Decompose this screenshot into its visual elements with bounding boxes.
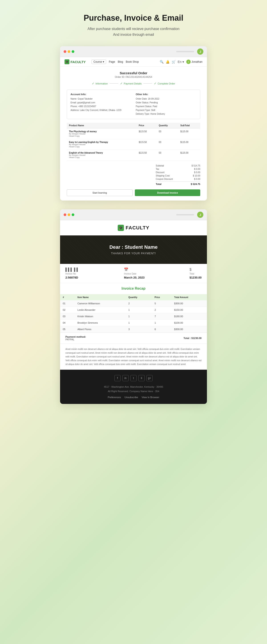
list-item: 02 Leslie Alexander 1 2 $150.00 (60, 307, 207, 313)
footer-unsubscribe[interactable]: Unsubscribe (124, 396, 138, 398)
navbar-logo: 🎓 FACULTY (65, 59, 86, 64)
qty-cell: 03 (157, 150, 178, 160)
download-invoice-button[interactable]: Download Invoice (135, 190, 200, 196)
table-row: The Phychology of money By Morgon Housel… (67, 128, 200, 139)
qty-cell: 03 (157, 128, 178, 139)
step-divider-1 (109, 83, 118, 84)
subtotal-row: Subtotal $ 514.75 (156, 164, 200, 168)
subtotal-cell: $115.00 (178, 139, 200, 150)
invoice-meta: ▌▌▌ ▌▌ Invoice No 2:56878D 📅 Invoice Dat… (60, 264, 207, 283)
hero-thanks: THANKS FOR YOUR PAYMENT! (65, 252, 202, 255)
other-info-col: Other Info: Order Date: 18-09-2022 Order… (136, 93, 196, 116)
action-buttons: Start learning Download Invoice (67, 190, 200, 196)
barcode-icon: ▌▌▌ ▌▌ (65, 268, 79, 272)
coupon-row: Coupon Discount $ 0.00 (156, 178, 200, 181)
email-logo-section: 🎓 FACULTY (60, 220, 207, 236)
hero-greeting: Dear : Student Name (65, 244, 202, 250)
email-hero-content: Dear : Student Name THANKS FOR YOUR PAYM… (65, 244, 202, 255)
googleplus-icon[interactable]: g+ (146, 375, 153, 381)
email-footer: f in t li g+ 4517 · Washington Ave. Manc… (60, 370, 207, 404)
table-row: Easy to Learning English by Therapy By M… (67, 139, 200, 150)
footer-preferences[interactable]: Preferences (108, 396, 121, 398)
page-title: Purchase, Invoice & Email (5, 13, 262, 23)
nav-bookshop[interactable]: Book Shop (126, 60, 139, 63)
nav-user[interactable]: J Jonathan (186, 60, 202, 64)
invoice-date-label: Invoice Date (124, 272, 145, 275)
email-browser-avatar: J (197, 212, 203, 218)
dot-yellow (68, 50, 70, 53)
start-learning-button[interactable]: Start learning (67, 190, 133, 196)
email-content: 🎓 FACULTY Dear : Student Name THANKS FOR… (60, 220, 207, 404)
invoice-no-label: Invoice No (65, 272, 79, 275)
nav-blog[interactable]: Blog (118, 60, 123, 63)
step-payment: ✓ Payment Details (120, 82, 142, 85)
product-cell: Easy to Learning English by Therapy By M… (67, 139, 137, 150)
browser-scrollbar (176, 51, 194, 52)
inv-col-item: Item Name (75, 294, 126, 300)
list-item: 01 Cameron Williamson 2 5 $300.00 (60, 300, 207, 307)
list-item: 05 Albert Flores 3 6 $300.00 (60, 326, 207, 332)
footer-view-browser[interactable]: View In Browser (142, 396, 159, 398)
invoice-date-item: 📅 Invoice Date March 20, 2023 (124, 268, 145, 279)
price-cell: $115.50 (137, 150, 157, 160)
navbar: 🎓 FACULTY Course ▾ Page Blog Book Shop 🔍… (60, 57, 207, 67)
payment-method-section: Payment method: PAYPAL (65, 336, 86, 341)
order-browser-window: J 🎓 FACULTY Course ▾ Page Blog Book Shop… (60, 46, 207, 200)
col-subtotal: SubTotal (178, 123, 200, 128)
email-body-text: Amet minim mollit non deserunt ullamco e… (60, 344, 207, 370)
check-icon-2: ✓ (120, 82, 123, 85)
cart-icon[interactable]: 🛒 (172, 60, 176, 64)
nav-course[interactable]: Course ▾ (91, 60, 106, 64)
totals-section: Subtotal $ 514.75 Tax $ 0.00 Discount $ … (67, 164, 200, 186)
product-cell: English of the Advanced Theory By Morgon… (67, 150, 137, 160)
col-price: Price (137, 123, 157, 128)
logo-icon: 🎓 (65, 59, 69, 64)
order-id: Order ID: FAC2314320414144254 (67, 76, 200, 78)
step-information: ✓ Information (92, 82, 108, 85)
invoice-no-value: 2:56878D (65, 276, 79, 279)
other-info-text: Order Date: 18-09-2022 Order Status: Pen… (136, 97, 196, 116)
step-divider-2 (143, 83, 152, 84)
col-quantity: Quantity (157, 123, 178, 128)
nav-links: Course ▾ Page Blog Book Shop (91, 60, 139, 64)
invoice-table: # Item Name Quantity Price Total Amount … (60, 294, 207, 332)
invoice-date-value: March 20, 2023 (124, 276, 145, 279)
facebook-icon[interactable]: f (114, 375, 121, 381)
payment-total: Total : $1230.00 (184, 337, 202, 340)
list-item: 03 Kristin Watson 1 7 $180.00 (60, 313, 207, 320)
lang-selector[interactable]: En ▾ (178, 60, 184, 64)
list-item: 04 Brooklyn Simmons 1 1 $100.00 (60, 320, 207, 326)
invoice-total-item: $ Total $1230.00 (190, 268, 202, 279)
invoice-total-value: $1230.00 (190, 276, 202, 279)
other-info-label: Other Info: (136, 93, 196, 96)
twitter-icon[interactable]: t (130, 375, 137, 381)
invoice-total-label: Total (190, 272, 202, 275)
tax-row: Tax $ 0.00 (156, 168, 200, 171)
email-browser-bar: J (60, 210, 207, 220)
total-row: Total $ 524.75 (156, 182, 200, 186)
order-content: Successful Order Order ID: FAC2314320414… (60, 67, 207, 200)
email-dot-green (72, 214, 74, 216)
search-icon[interactable]: 🔍 (160, 60, 164, 64)
invoice-no-item: ▌▌▌ ▌▌ Invoice No 2:56878D (65, 268, 79, 279)
email-browser-scrollbar (176, 214, 194, 216)
instagram-icon[interactable]: in (122, 375, 129, 381)
payment-method-value: PAYPAL (65, 338, 86, 341)
step-complete: ✓ Complete Order (154, 82, 175, 85)
order-title: Successful Order (67, 71, 200, 75)
subtotal-cell: $115.00 (178, 150, 200, 160)
price-cell: $115.50 (137, 139, 157, 150)
linkedin-icon[interactable]: li (138, 375, 145, 381)
nav-page[interactable]: Page (109, 60, 115, 63)
inv-col-num: # (60, 294, 75, 300)
invoice-recap-title: Invoice Recap (60, 283, 207, 294)
dollar-icon: $ (190, 268, 202, 272)
inv-col-price: Price (152, 294, 171, 300)
bell-icon[interactable]: 🔔 (166, 60, 170, 64)
payment-row: Payment method: PAYPAL Total : $1230.00 (60, 332, 207, 344)
browser-bar: J (60, 46, 207, 57)
account-info-text: Name: Gopal Talukder Email: gopal@gmail.… (71, 97, 131, 112)
browser-avatar: J (197, 48, 203, 55)
check-icon-3: ✓ (154, 82, 156, 85)
footer-links: Preferences Unsubscribe View In Browser (65, 396, 202, 398)
